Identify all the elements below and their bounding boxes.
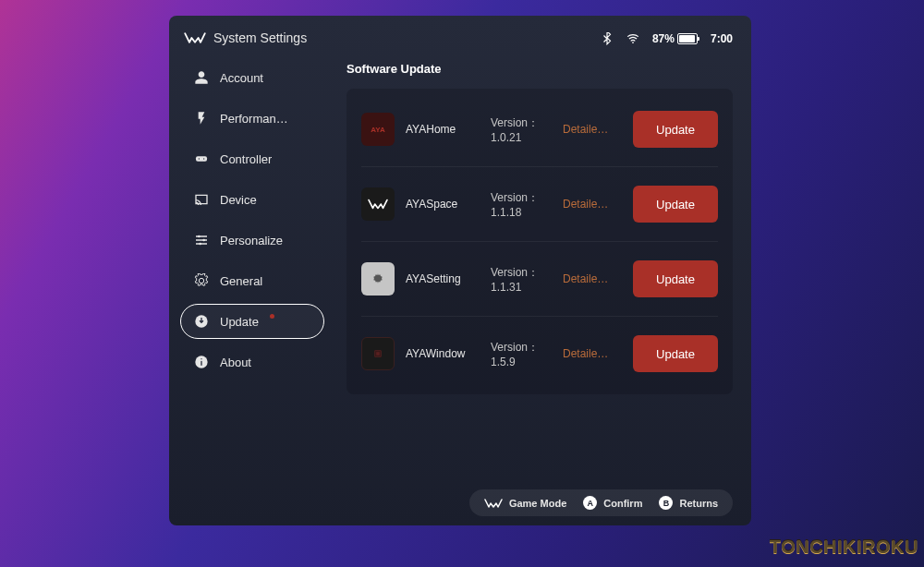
svg-point-5 (199, 243, 201, 246)
sidebar-item-device[interactable]: Device (180, 182, 324, 217)
app-icon-ayahome: AYA (361, 113, 395, 146)
svg-point-2 (203, 158, 204, 159)
sliders-icon (194, 233, 209, 247)
b-button-icon: B (659, 496, 673, 510)
update-badge (270, 314, 274, 319)
brand-logo-icon (484, 498, 503, 509)
app-icon-ayawindow (361, 337, 395, 370)
clock: 7:00 (711, 32, 733, 45)
sidebar-item-label: About (220, 356, 251, 369)
footer-game-mode[interactable]: Game Mode (484, 498, 566, 509)
app-version: Version1.1.18 (491, 190, 552, 219)
status-bar: 87% 7:00 (346, 30, 733, 62)
download-icon (194, 314, 209, 329)
svg-point-3 (198, 235, 201, 238)
main-panel: 87% 7:00 Software Update AYA AYAHome Ver… (335, 16, 751, 525)
svg-point-8 (632, 42, 634, 43)
a-button-icon: A (583, 496, 597, 510)
settings-window: System Settings Account Performan… Contr… (169, 16, 751, 525)
header-title: System Settings (213, 30, 307, 45)
sidebar-item-personalize[interactable]: Personalize (180, 223, 324, 258)
sidebar-item-label: Personalize (220, 234, 283, 247)
detailed-link[interactable]: Detailed… (563, 347, 613, 360)
update-row-ayaspace: AYASpace Version1.1.18 Detailed… Update (361, 167, 718, 242)
user-icon (194, 70, 209, 85)
sidebar-nav: Account Performan… Controller Device Per… (169, 60, 335, 380)
app-version: Version1.0.21 (491, 115, 552, 144)
footer-confirm[interactable]: A Confirm (583, 496, 642, 510)
gamepad-icon (194, 151, 209, 166)
svg-rect-0 (196, 156, 207, 161)
sidebar-item-controller[interactable]: Controller (180, 141, 324, 176)
svg-point-1 (199, 158, 200, 159)
update-list: AYA AYAHome Version1.0.21 Detailed… Upda… (346, 89, 733, 394)
bluetooth-icon (601, 32, 614, 45)
sidebar: System Settings Account Performan… Contr… (169, 16, 335, 525)
sidebar-item-account[interactable]: Account (180, 60, 324, 95)
battery-percent: 87% (652, 32, 675, 45)
footer-bar: Game Mode A Confirm B Returns (469, 489, 733, 516)
update-row-ayawindow: AYAWindow Version1.5.9 Detailed… Update (361, 317, 718, 391)
sidebar-item-about[interactable]: About (180, 344, 324, 380)
footer-label: Returns (679, 498, 718, 509)
app-version: Version1.1.31 (491, 265, 552, 294)
cast-icon (194, 192, 209, 207)
sidebar-item-performance[interactable]: Performan… (180, 101, 324, 136)
app-icon-ayasetting (361, 262, 395, 296)
watermark: TONCHIKIROKU (770, 537, 918, 558)
sidebar-item-label: Update (220, 315, 259, 329)
app-name: AYASpace (406, 198, 480, 211)
sidebar-item-label: Controller (220, 152, 272, 166)
wifi-icon (626, 32, 639, 45)
app-name: AYAHome (406, 123, 480, 136)
battery-icon (677, 33, 698, 44)
battery-status: 87% (652, 32, 698, 45)
gear-icon (194, 273, 209, 288)
app-icon-ayaspace (361, 187, 395, 221)
detailed-link[interactable]: Detailed… (563, 123, 613, 136)
app-name: AYAWindow (406, 347, 480, 360)
brand-logo-icon (184, 31, 206, 44)
sidebar-item-update[interactable]: Update (180, 304, 324, 339)
footer-label: Game Mode (509, 498, 566, 509)
update-button[interactable]: Update (633, 186, 718, 223)
bolt-icon (194, 111, 209, 126)
sidebar-item-label: Device (220, 193, 257, 207)
sidebar-item-general[interactable]: General (180, 263, 324, 298)
page-title: Software Update (346, 62, 733, 76)
footer-returns[interactable]: B Returns (659, 496, 718, 510)
info-icon (194, 355, 209, 369)
update-row-ayahome: AYA AYAHome Version1.0.21 Detailed… Upda… (361, 92, 718, 167)
app-header: System Settings (169, 30, 335, 60)
footer-label: Confirm (603, 498, 642, 509)
update-button[interactable]: Update (633, 335, 718, 372)
svg-rect-11 (376, 352, 380, 356)
update-button[interactable]: Update (633, 260, 718, 297)
detailed-link[interactable]: Detailed… (563, 198, 613, 211)
detailed-link[interactable]: Detailed… (563, 272, 613, 285)
update-row-ayasetting: AYASetting Version1.1.31 Detailed… Updat… (361, 242, 718, 317)
sidebar-item-label: Performan… (220, 112, 288, 126)
app-name: AYASetting (406, 272, 480, 285)
sidebar-item-label: Account (220, 71, 263, 85)
svg-point-4 (202, 239, 205, 242)
sidebar-item-label: General (220, 274, 262, 288)
update-button[interactable]: Update (633, 111, 718, 148)
app-version: Version1.5.9 (491, 340, 552, 368)
